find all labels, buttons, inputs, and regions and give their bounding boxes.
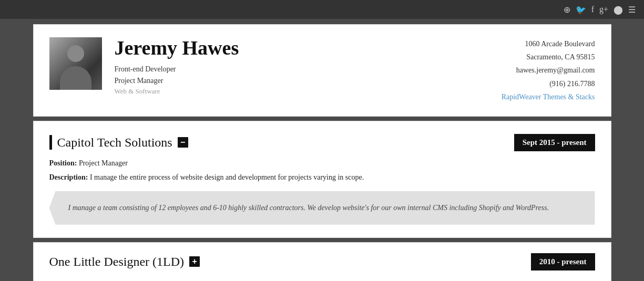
website-link[interactable]: RapidWeaver Themes & Stacks bbox=[502, 93, 595, 101]
position-field: Position: Project Manager bbox=[49, 158, 595, 169]
section-capitol-tech: Capitol Tech Solutions − Sept 2015 - pre… bbox=[33, 121, 611, 238]
facebook-icon[interactable]: f bbox=[591, 5, 594, 14]
section-bar bbox=[49, 135, 52, 150]
header-info: Jeremy Hawes Front-end Developer Project… bbox=[115, 37, 446, 96]
header-card: Jeremy Hawes Front-end Developer Project… bbox=[33, 24, 611, 117]
description-value: I manage the entire process of website d… bbox=[90, 173, 364, 181]
section-title-group: Capitol Tech Solutions − bbox=[49, 135, 188, 150]
specialty: Web & Software bbox=[115, 87, 446, 96]
job-title-1: Front-end Developer bbox=[115, 64, 446, 75]
address-line-1: 1060 Arcade Boulevard bbox=[458, 37, 595, 50]
email: hawes.jeremy@gmail.com bbox=[458, 64, 595, 77]
google-plus-icon[interactable]: g+ bbox=[599, 5, 608, 14]
contact-info: 1060 Arcade Boulevard Sacramento, CA 958… bbox=[458, 37, 595, 103]
position-value: Project Manager bbox=[79, 159, 128, 167]
section-header: Capitol Tech Solutions − Sept 2015 - pre… bbox=[49, 134, 595, 151]
section-title-group-old: One Little Designer (1LD) + bbox=[49, 255, 200, 269]
phone: (916) 216.7788 bbox=[458, 77, 595, 90]
description-field: Description: I manage the entire process… bbox=[49, 172, 595, 183]
person-name: Jeremy Hawes bbox=[115, 37, 446, 59]
section-one-little-designer: One Little Designer (1LD) + 2010 - prese… bbox=[33, 242, 611, 281]
job-title-2: Project Manager bbox=[115, 75, 446, 87]
address-line-2: Sacramento, CA 95815 bbox=[458, 50, 595, 64]
section-header-old: One Little Designer (1LD) + 2010 - prese… bbox=[49, 253, 595, 270]
section-title-old: One Little Designer (1LD) bbox=[49, 255, 185, 269]
rss-icon[interactable]: ☰ bbox=[628, 5, 636, 15]
twitter-icon[interactable]: 🐦 bbox=[576, 5, 586, 15]
date-badge-1ld: 2010 - present bbox=[531, 253, 595, 270]
flickr-icon[interactable]: ⬤ bbox=[614, 5, 623, 15]
avatar bbox=[49, 37, 102, 90]
section-title: Capitol Tech Solutions bbox=[57, 136, 172, 150]
quote-block: I manage a team consisting of 12 employe… bbox=[49, 191, 595, 225]
top-nav: ⊕ 🐦 f g+ ⬤ ☰ bbox=[0, 0, 644, 19]
date-badge: Sept 2015 - present bbox=[514, 134, 595, 151]
collapse-button[interactable]: − bbox=[178, 137, 188, 148]
page-wrapper: Jeremy Hawes Front-end Developer Project… bbox=[33, 19, 611, 281]
position-label: Position: bbox=[49, 159, 77, 167]
expand-button-1ld[interactable]: + bbox=[189, 256, 200, 267]
description-label: Description: bbox=[49, 173, 88, 181]
codepen-icon[interactable]: ⊕ bbox=[564, 5, 570, 15]
